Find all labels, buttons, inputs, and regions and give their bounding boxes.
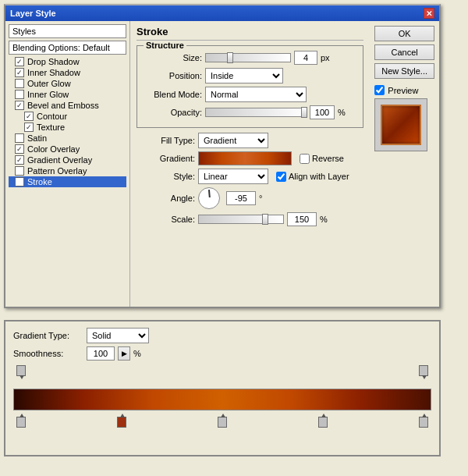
sidebar-item-inner-glow[interactable]: Inner Glow (9, 89, 126, 100)
inner-shadow-checkbox[interactable] (15, 68, 24, 77)
reverse-label: Reverse (300, 154, 344, 164)
bevel-emboss-checkbox[interactable] (15, 101, 24, 110)
contour-label: Contour (37, 112, 67, 121)
layer-style-dialog: Layer Style ✕ Styles Blending Options: D… (4, 4, 441, 308)
color-stops-row (13, 417, 431, 428)
ok-button[interactable]: OK (374, 26, 434, 41)
opacity-slider[interactable] (205, 108, 307, 117)
smoothness-unit: % (133, 349, 141, 358)
angle-label: Angle: (136, 194, 195, 203)
color-stop-3[interactable] (218, 417, 227, 428)
style-row: Style: Linear Radial Angle Reflected Dia… (136, 169, 363, 184)
dialog-title: Layer Style (10, 9, 56, 18)
gradient-row: Gradient: Reverse (136, 151, 363, 165)
sidebar-item-gradient-overlay[interactable]: Gradient Overlay (9, 155, 126, 165)
preview-image (381, 105, 421, 145)
color-overlay-checkbox[interactable] (15, 144, 24, 154)
outer-glow-checkbox[interactable] (15, 79, 24, 88)
sidebar-item-outer-glow[interactable]: Outer Glow (9, 78, 126, 89)
drop-shadow-checkbox[interactable] (15, 57, 24, 66)
preview-label: Preview (374, 85, 434, 95)
scale-unit: % (320, 215, 328, 224)
opacity-row: Opacity: % (144, 105, 356, 119)
gradient-overlay-label: Gradient Overlay (27, 155, 92, 165)
stroke-label: Stroke (27, 177, 52, 186)
sidebar-item-inner-shadow[interactable]: Inner Shadow (9, 67, 126, 78)
smoothness-row: Smoothness: ▶ % (13, 346, 431, 361)
reverse-checkbox[interactable] (300, 154, 310, 164)
scale-input[interactable] (287, 212, 317, 226)
size-label: Size: (144, 53, 202, 62)
bevel-emboss-label: Bevel and Emboss (27, 101, 99, 110)
gradient-label: Gradient: (136, 154, 195, 163)
scale-label: Scale: (136, 215, 195, 224)
size-input[interactable] (294, 51, 317, 65)
pattern-overlay-checkbox[interactable] (15, 166, 24, 176)
color-stop-2[interactable] (117, 417, 126, 428)
new-style-button[interactable]: New Style... (374, 63, 434, 79)
angle-row: Angle: ° (136, 187, 363, 209)
texture-label: Texture (37, 123, 65, 132)
angle-dial[interactable] (198, 187, 220, 209)
left-panel: Styles Blending Options: Default Drop Sh… (5, 21, 130, 307)
inner-glow-checkbox[interactable] (15, 90, 24, 99)
satin-checkbox[interactable] (15, 133, 24, 143)
color-stop-4[interactable] (318, 417, 328, 428)
scale-slider[interactable] (198, 215, 284, 224)
color-stop-1[interactable] (16, 417, 26, 428)
size-unit: px (321, 53, 330, 62)
align-layer-checkbox[interactable] (276, 172, 286, 182)
color-overlay-label: Color Overlay (27, 144, 80, 154)
sidebar-item-contour[interactable]: Contour (9, 111, 126, 122)
sidebar-item-texture[interactable]: Texture (9, 122, 126, 133)
position-select[interactable]: Inside Outside Center (205, 68, 283, 83)
angle-input[interactable] (226, 191, 256, 205)
fill-type-select[interactable]: Color Gradient Pattern (198, 133, 268, 148)
smoothness-step-btn[interactable]: ▶ (118, 346, 130, 361)
opacity-label: Opacity: (144, 108, 202, 117)
color-stop-5[interactable] (419, 417, 428, 428)
inner-shadow-label: Inner Shadow (27, 68, 80, 77)
pattern-overlay-label: Pattern Overlay (27, 166, 87, 176)
structure-title: Structure (144, 41, 186, 50)
cancel-button[interactable]: Cancel (374, 44, 434, 60)
sidebar-item-stroke[interactable]: Stroke (9, 176, 126, 187)
sidebar-item-satin[interactable]: Satin (9, 133, 126, 144)
opacity-stop-right[interactable] (419, 365, 428, 376)
smoothness-input[interactable] (87, 346, 115, 361)
blend-mode-select[interactable]: Normal Multiply Screen (205, 87, 307, 102)
dialog-body: Styles Blending Options: Default Drop Sh… (5, 21, 439, 307)
gradient-preview[interactable] (198, 151, 292, 165)
opacity-input[interactable] (310, 105, 335, 119)
blending-options-label: Blending Options: Default (12, 43, 110, 52)
texture-checkbox[interactable] (24, 123, 34, 132)
sidebar-item-color-overlay[interactable]: Color Overlay (9, 144, 126, 155)
drop-shadow-label: Drop Shadow (27, 57, 80, 66)
satin-label: Satin (27, 133, 47, 143)
sidebar-item-pattern-overlay[interactable]: Pattern Overlay (9, 165, 126, 176)
gradient-type-label: Gradient Type: (13, 331, 83, 340)
contour-checkbox[interactable] (24, 112, 34, 121)
blending-options-item[interactable]: Blending Options: Default (9, 41, 126, 55)
styles-header[interactable]: Styles (9, 24, 126, 38)
gradient-type-select[interactable]: Solid Noise (87, 328, 149, 343)
stroke-panel: Stroke Structure Size: px Position: (130, 21, 370, 307)
style-label: Style: (136, 172, 195, 181)
angle-unit: ° (259, 194, 262, 203)
gradient-overlay-checkbox[interactable] (15, 155, 24, 165)
align-layer-label: Align with Layer (276, 172, 349, 182)
size-slider[interactable] (205, 53, 291, 62)
outer-glow-label: Outer Glow (27, 79, 71, 88)
gradient-bar[interactable] (13, 389, 431, 410)
sidebar-item-bevel-emboss[interactable]: Bevel and Emboss (9, 100, 126, 111)
blend-mode-label: Blend Mode: (144, 90, 202, 99)
style-select[interactable]: Linear Radial Angle Reflected Diamond (198, 169, 268, 184)
styles-label: Styles (12, 27, 36, 36)
stroke-checkbox[interactable] (15, 177, 24, 186)
opacity-stop-left[interactable] (16, 365, 26, 376)
close-button[interactable]: ✕ (424, 8, 434, 19)
smoothness-label: Smoothness: (13, 349, 83, 358)
sidebar-item-drop-shadow[interactable]: Drop Shadow (9, 56, 126, 67)
ok-panel: OK Cancel New Style... Preview (370, 21, 439, 307)
preview-checkbox[interactable] (374, 85, 385, 95)
